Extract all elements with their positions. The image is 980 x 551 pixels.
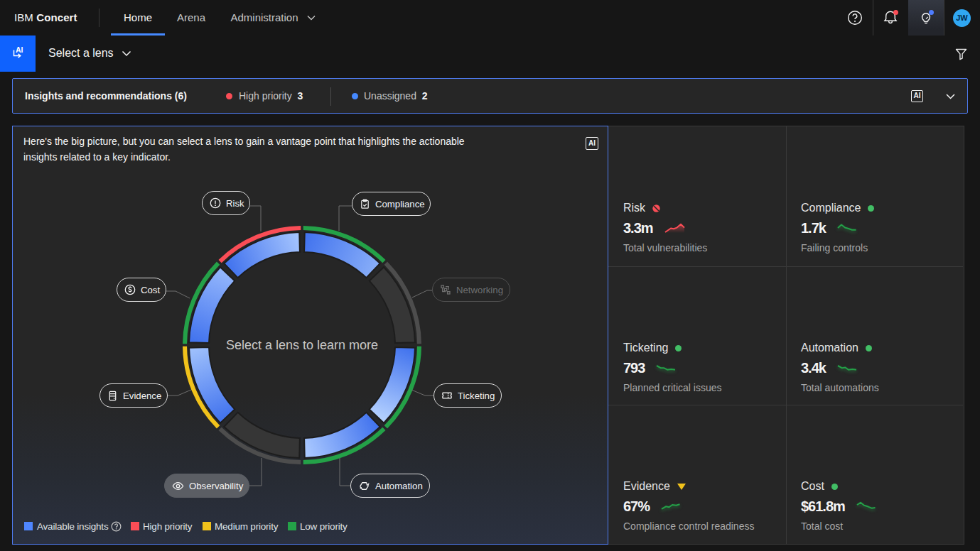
svg-text:AI: AI <box>16 45 23 54</box>
